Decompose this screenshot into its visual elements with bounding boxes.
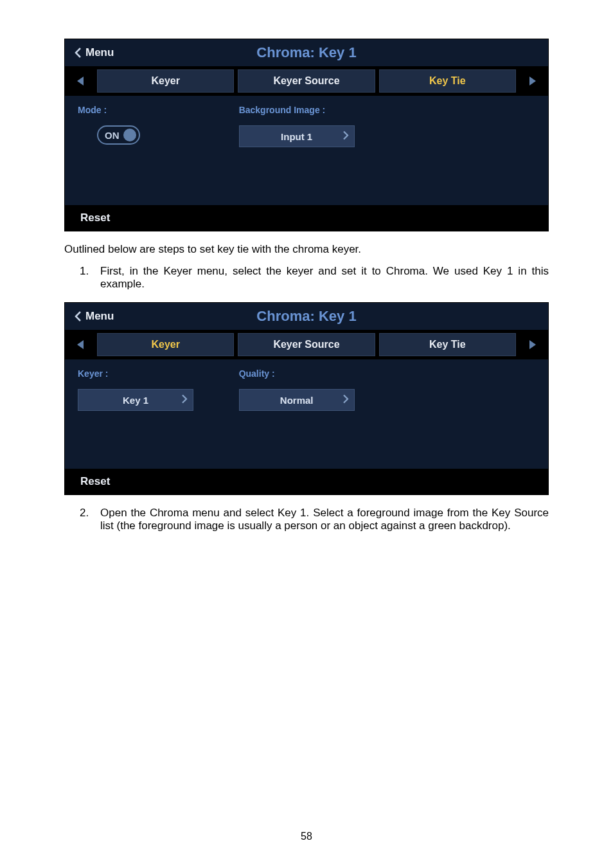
tab-key-tie[interactable]: Key Tie [379,69,516,93]
chevron-left-icon [74,47,82,59]
chevron-right-icon [342,394,349,406]
svg-marker-2 [77,340,84,349]
panel-title: Chroma: Key 1 [65,308,548,325]
empty-column [387,96,548,205]
reset-button[interactable]: Reset [65,469,548,494]
step-1-number: 1. [80,265,91,291]
tab-row: Keyer Keyer Source Key Tie [65,330,548,359]
params-area: Keyer : Key 1 Quality : Normal [65,359,548,469]
quality-label: Quality : [239,368,375,379]
tab-keyer[interactable]: Keyer [97,333,234,356]
triangle-right-icon [528,339,537,350]
keyer-value: Key 1 [123,395,148,406]
tab-keyer-source[interactable]: Keyer Source [238,69,375,93]
tab-key-tie[interactable]: Key Tie [379,333,516,356]
svg-marker-0 [77,77,84,86]
empty-column [387,359,548,469]
chroma-panel-keyer: Menu Chroma: Key 1 Keyer Keyer Source Ke… [64,302,549,495]
panel-header: Menu Chroma: Key 1 [65,303,548,330]
step-2-number: 2. [80,507,91,532]
mode-toggle[interactable]: ON [97,125,140,145]
background-image-column: Background Image : Input 1 [226,96,387,205]
keyer-selector[interactable]: Key 1 [78,389,193,411]
tab-row: Keyer Keyer Source Key Tie [65,66,548,96]
tab-keyer-source[interactable]: Keyer Source [238,333,375,356]
tab-prev-arrow[interactable] [67,66,93,96]
triangle-left-icon [76,339,85,350]
svg-marker-3 [529,340,536,349]
intro-paragraph: Outlined below are steps to set key tie … [64,243,549,256]
triangle-right-icon [528,75,537,87]
background-image-value: Input 1 [281,131,312,142]
back-button[interactable]: Menu [65,46,114,59]
background-image-label: Background Image : [239,105,375,115]
tab-prev-arrow[interactable] [67,330,93,359]
back-label: Menu [85,310,114,323]
tab-next-arrow[interactable] [520,66,546,96]
panel-header: Menu Chroma: Key 1 [65,39,548,66]
page-number: 58 [0,831,613,842]
step-1: 1. First, in the Keyer menu, select the … [80,265,549,291]
chevron-right-icon [181,394,188,406]
quality-value: Normal [280,395,314,406]
back-button[interactable]: Menu [65,310,114,323]
chevron-right-icon [342,131,349,143]
back-label: Menu [85,46,114,59]
triangle-left-icon [76,75,85,87]
toggle-knob [123,129,136,141]
reset-button[interactable]: Reset [65,205,548,231]
reset-label: Reset [80,212,110,224]
quality-column: Quality : Normal [226,359,387,469]
toggle-text: ON [105,130,120,141]
chroma-panel-keytie: Menu Chroma: Key 1 Keyer Keyer Source Ke… [64,39,549,231]
mode-label: Mode : [78,105,213,115]
keyer-label: Keyer : [78,368,213,379]
reset-label: Reset [80,475,110,488]
params-area: Mode : ON Background Image : Input 1 [65,96,548,205]
chevron-left-icon [74,311,82,322]
tab-next-arrow[interactable] [520,330,546,359]
step-2-text: Open the Chroma menu and select Key 1. S… [100,507,549,532]
mode-column: Mode : ON [65,96,226,205]
quality-selector[interactable]: Normal [239,389,355,411]
step-1-text: First, in the Keyer menu, select the key… [100,265,549,291]
keyer-column: Keyer : Key 1 [65,359,226,469]
svg-marker-1 [529,77,536,86]
step-2: 2. Open the Chroma menu and select Key 1… [80,507,549,532]
tab-keyer[interactable]: Keyer [97,69,234,93]
background-image-selector[interactable]: Input 1 [239,125,355,147]
panel-title: Chroma: Key 1 [65,44,548,61]
